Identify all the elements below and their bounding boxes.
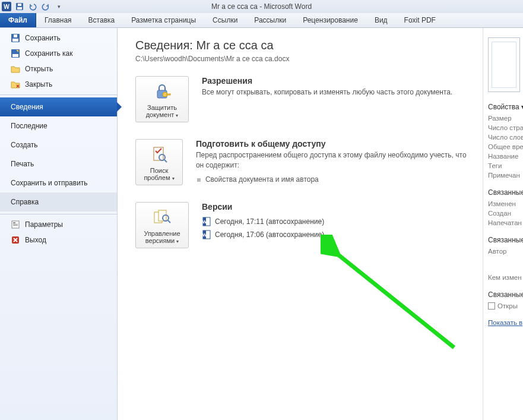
version-label: Сегодня, 17:06 (автосохранение) bbox=[215, 230, 324, 239]
folder-icon bbox=[488, 302, 495, 310]
exit-icon bbox=[11, 235, 20, 245]
window-title: Mr a ce cca ca - Microsoft Word bbox=[211, 2, 312, 11]
svg-rect-6 bbox=[12, 39, 18, 42]
svg-text:W: W bbox=[4, 4, 9, 10]
btn-label: документ ▾ bbox=[138, 111, 186, 118]
backstage-view: Сохранить Сохранить как Открыть Закрыть … bbox=[0, 28, 523, 420]
cmd-open[interactable]: Открыть bbox=[0, 61, 117, 77]
btn-label: Поиск bbox=[138, 167, 180, 174]
prop-title: Название bbox=[488, 151, 519, 161]
qat-customize-icon[interactable]: ▾ bbox=[54, 2, 64, 11]
tab-mailings[interactable]: Рассылки bbox=[246, 13, 294, 27]
svg-line-20 bbox=[164, 160, 167, 162]
info-heading: Сведения: Mr a ce cca ca bbox=[135, 39, 472, 52]
version-label: Сегодня, 17:11 (автосохранение) bbox=[215, 217, 324, 226]
protect-document-button[interactable]: Защитить документ ▾ bbox=[135, 76, 189, 122]
word-app-icon: W bbox=[2, 2, 11, 11]
nav-help[interactable]: Справка bbox=[0, 192, 117, 211]
tab-view[interactable]: Вид bbox=[366, 13, 396, 27]
cmd-save-as[interactable]: Сохранить как bbox=[0, 46, 117, 61]
tab-references[interactable]: Ссылки bbox=[204, 13, 246, 27]
title-bar: W ▾ Mr a ce cca ca - Microsoft Word bbox=[0, 0, 523, 13]
svg-rect-4 bbox=[18, 4, 21, 6]
cmd-save[interactable]: Сохранить bbox=[0, 30, 117, 46]
options-icon bbox=[11, 220, 20, 229]
prop-author: Автор bbox=[488, 247, 519, 256]
prop-last-modified-by: Кем измен bbox=[488, 273, 519, 282]
svg-rect-12 bbox=[13, 224, 18, 225]
cmd-label: Параметры bbox=[25, 220, 63, 229]
info-pane: Сведения: Mr a ce cca ca C:\Users\woodh\… bbox=[118, 28, 483, 420]
separator bbox=[0, 214, 117, 214]
versions-title: Версии bbox=[202, 202, 324, 211]
tab-page-layout[interactable]: Разметка страницы bbox=[123, 13, 204, 27]
cmd-label: Сохранить как bbox=[25, 49, 72, 58]
svg-rect-9 bbox=[12, 54, 18, 57]
section-versions: Управление версиями ▾ Версии W Сегодня, … bbox=[135, 202, 472, 248]
word-document-icon: W bbox=[202, 230, 211, 239]
undo-icon[interactable] bbox=[28, 2, 37, 11]
svg-text:W: W bbox=[202, 219, 207, 225]
tab-review[interactable]: Рецензирование bbox=[294, 13, 366, 27]
svg-rect-11 bbox=[13, 222, 15, 223]
section-prepare-share: Поиск проблем ▾ Подготовить к общему дос… bbox=[135, 139, 472, 185]
svg-text:W: W bbox=[202, 232, 207, 238]
document-thumbnail[interactable] bbox=[488, 37, 520, 92]
lock-key-icon bbox=[138, 81, 186, 102]
cmd-options[interactable]: Параметры bbox=[0, 217, 117, 232]
permissions-text: Все могут открывать, копировать и изменя… bbox=[202, 87, 452, 97]
redo-icon[interactable] bbox=[41, 2, 50, 11]
related-dates-header: Связанные bbox=[488, 188, 519, 197]
tab-foxit-pdf[interactable]: Foxit PDF bbox=[396, 13, 444, 27]
svg-rect-18 bbox=[154, 147, 163, 160]
ribbon-tabs: Файл Главная Вставка Разметка страницы С… bbox=[0, 13, 523, 28]
save-as-icon bbox=[11, 49, 20, 58]
section-permissions: Защитить документ ▾ Разрешения Все могут… bbox=[135, 76, 472, 122]
tab-file[interactable]: Файл bbox=[0, 13, 36, 27]
svg-rect-7 bbox=[14, 34, 17, 37]
versions-icon bbox=[138, 207, 186, 228]
document-path: C:\Users\woodh\Documents\Mr a ce cca ca.… bbox=[135, 55, 472, 63]
nav-print[interactable]: Печать bbox=[0, 154, 117, 173]
inspect-document-icon bbox=[138, 144, 180, 165]
svg-line-24 bbox=[168, 220, 170, 223]
prop-comments: Примечан bbox=[488, 170, 519, 180]
nav-save-send[interactable]: Сохранить и отправить bbox=[0, 173, 117, 192]
nav-recent[interactable]: Последние bbox=[0, 116, 117, 135]
prop-created: Создан bbox=[488, 209, 519, 218]
manage-versions-button[interactable]: Управление версиями ▾ bbox=[135, 202, 189, 248]
folder-close-icon bbox=[11, 80, 20, 89]
nav-new[interactable]: Создать bbox=[0, 135, 117, 154]
cmd-close[interactable]: Закрыть bbox=[0, 77, 117, 92]
check-issues-button[interactable]: Поиск проблем ▾ bbox=[135, 139, 183, 185]
tab-home[interactable]: Главная bbox=[36, 13, 80, 27]
save-icon bbox=[11, 33, 20, 43]
svg-rect-3 bbox=[17, 7, 22, 10]
prepare-text: Перед распространением общего доступа к … bbox=[196, 150, 472, 170]
prop-printed: Напечатан bbox=[488, 218, 519, 228]
show-all-properties-link[interactable]: Показать в bbox=[488, 317, 519, 326]
prop-pages: Число стра bbox=[488, 123, 519, 132]
properties-pane: Свойства ▾ Размер Число стра Число слов … bbox=[483, 28, 523, 420]
cmd-label: Выход bbox=[25, 236, 46, 244]
separator bbox=[0, 94, 117, 95]
svg-rect-13 bbox=[13, 225, 18, 226]
version-item[interactable]: W Сегодня, 17:11 (автосохранение) bbox=[202, 215, 324, 228]
prop-modified: Изменен bbox=[488, 199, 519, 209]
properties-header[interactable]: Свойства ▾ bbox=[488, 103, 519, 111]
version-item[interactable]: W Сегодня, 17:06 (автосохранение) bbox=[202, 228, 324, 241]
quick-access-toolbar: ▾ bbox=[15, 2, 64, 11]
cmd-exit[interactable]: Выход bbox=[0, 232, 117, 248]
open-file-location[interactable]: Откры bbox=[488, 301, 519, 311]
prepare-bullet: Свойства документа и имя автора bbox=[196, 175, 472, 184]
btn-label: Управление bbox=[138, 230, 186, 237]
prop-tags: Теги bbox=[488, 161, 519, 170]
save-icon[interactable] bbox=[15, 2, 24, 11]
btn-label: версиями ▾ bbox=[138, 237, 186, 244]
prepare-title: Подготовить к общему доступу bbox=[196, 139, 472, 149]
folder-open-icon bbox=[11, 64, 20, 74]
tab-insert[interactable]: Вставка bbox=[80, 13, 123, 27]
nav-info[interactable]: Сведения bbox=[0, 97, 117, 116]
related-docs-header: Связанные bbox=[488, 290, 519, 299]
btn-label: Защитить bbox=[138, 104, 186, 111]
